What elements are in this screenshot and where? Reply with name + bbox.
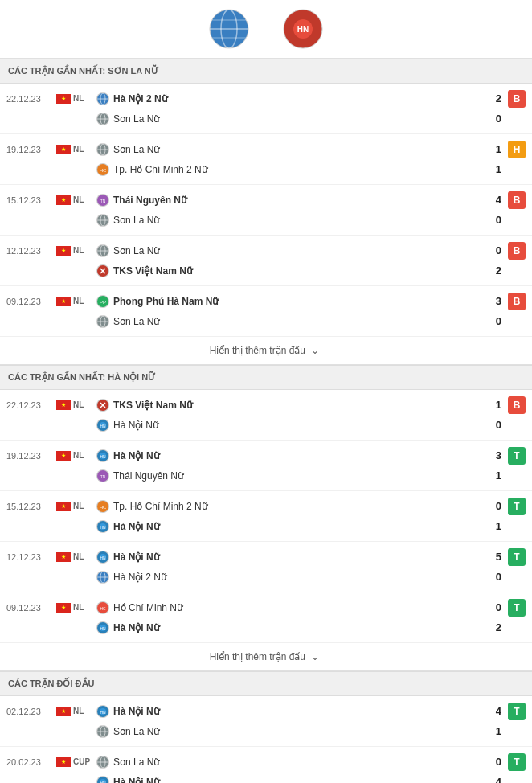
team2-score: 1	[485, 520, 501, 532]
team2-icon: HN	[96, 621, 109, 634]
match-group: 20.02.23CUPSơn La Nữ0THNHà Nội Nữ4	[0, 747, 532, 783]
table-row: HNHà Nội Nữ4	[0, 772, 532, 783]
flag-badge: NL	[56, 707, 96, 716]
team1-icon: HN	[96, 449, 109, 462]
result-badge: T	[508, 548, 526, 566]
team1-name: Tp. Hồ Chí Minh 2 Nữ	[113, 501, 481, 512]
svg-text:TN: TN	[100, 199, 106, 203]
team1-icon	[96, 92, 109, 105]
result-badge: H	[508, 141, 526, 158]
team1-name: Hà Nội 2 Nữ	[113, 93, 481, 105]
team2-icon: TN	[96, 469, 109, 482]
team1-name: Thái Nguyên Nữ	[113, 195, 481, 206]
show-more-button[interactable]: Hiển thị thêm trận đấu ⌄	[0, 337, 532, 365]
match-date: 19.12.23	[6, 451, 56, 461]
table-row: 22.12.23NLHà Nội 2 Nữ2B	[0, 86, 532, 109]
chevron-down-icon: ⌄	[311, 345, 319, 356]
result-badge-empty	[508, 568, 526, 586]
vietnam-flag-icon	[56, 603, 71, 613]
competition-label: NL	[73, 94, 84, 103]
team1-line: TNThái Nguyên Nữ4	[96, 194, 501, 207]
team2-name: Thái Nguyên Nữ	[113, 470, 481, 482]
team2-name: Hà Nội Nữ	[113, 521, 481, 532]
result-badge-empty	[508, 313, 526, 330]
vietnam-flag-icon	[56, 246, 71, 256]
table-row: 15.12.23NLHCTp. Hồ Chí Minh 2 Nữ0T	[0, 494, 532, 516]
match-group: 19.12.23NLSơn La Nữ1HHCTp. Hồ Chí Minh 2…	[0, 134, 532, 185]
table-row: Sơn La Nữ0	[0, 109, 532, 131]
match-group: 12.12.23NLSơn La Nữ0BTKS Việt Nam Nữ2	[0, 236, 532, 286]
team1-line: Sơn La Nữ0	[96, 244, 501, 257]
match-group: 19.12.23NLHNHà Nội Nữ3TTNThái Nguyên Nữ1	[0, 441, 532, 491]
svg-text:PP: PP	[100, 300, 106, 305]
competition-label: NL	[73, 246, 84, 255]
team1-score: 0	[485, 601, 501, 613]
match-date: 09.12.23	[6, 603, 56, 613]
table-row: 09.12.23NLHCHồ Chí Minh Nữ0T	[0, 595, 532, 617]
competition-label: NL	[73, 707, 84, 715]
match-date: 20.02.23	[6, 757, 56, 767]
team1-line: Hà Nội 2 Nữ2	[96, 92, 501, 105]
result-badge-empty	[508, 723, 526, 740]
team2-icon	[96, 264, 109, 277]
team1-icon	[96, 756, 109, 769]
result-badge-empty	[508, 416, 526, 434]
table-row: 15.12.23NLTNThái Nguyên Nữ4B	[0, 187, 532, 210]
team2-line: Hà Nội 2 Nữ0	[96, 571, 501, 584]
team1-score: 5	[485, 551, 501, 563]
team1-score: 4	[485, 194, 501, 206]
team2-name: Hà Nội Nữ	[113, 622, 481, 633]
team1-score: 0	[485, 756, 501, 768]
section-title-ha-noi-nu: CÁC TRẬN GẦN NHẤT: HÀ NỘI NỮ	[0, 365, 532, 390]
result-badge: B	[508, 293, 526, 310]
team1-icon	[96, 143, 109, 156]
match-date: 15.12.23	[6, 502, 56, 511]
team2-score: 0	[485, 113, 501, 125]
team1-score: 0	[485, 500, 501, 512]
vietnam-flag-icon	[56, 195, 71, 205]
flag-badge: NL	[56, 502, 96, 511]
result-badge: B	[508, 191, 526, 209]
result-badge-empty	[508, 161, 526, 178]
vietnam-flag-icon	[56, 707, 71, 716]
vietnam-flag-icon	[56, 297, 71, 306]
table-row: 22.12.23NLTKS Việt Nam Nữ1B	[0, 392, 532, 415]
team1-line: PPPhong Phú Hà Nam Nữ3	[96, 295, 501, 308]
team2-name: Sơn La Nữ	[113, 726, 481, 737]
team1-line: HCTp. Hồ Chí Minh 2 Nữ0	[96, 500, 501, 513]
team2-line: Sơn La Nữ0	[96, 214, 501, 227]
match-date: 15.12.23	[6, 195, 56, 205]
vietnam-flag-icon	[56, 502, 71, 511]
flag-badge: NL	[56, 145, 96, 154]
result-badge-empty	[508, 110, 526, 128]
team2-score: 0	[485, 419, 501, 431]
competition-label: CUP	[73, 757, 90, 766]
team-left-logo	[208, 8, 250, 50]
table-row: Sơn La Nữ1	[0, 721, 532, 744]
result-badge-empty	[508, 262, 526, 280]
team2-line: TKS Việt Nam Nữ2	[96, 264, 501, 277]
team1-score: 2	[485, 92, 501, 105]
team1-score: 0	[485, 244, 501, 256]
match-group: 02.12.23NLHNHà Nội Nữ4TSơn La Nữ1	[0, 696, 532, 747]
table-row: Sơn La Nữ0	[0, 210, 532, 232]
team2-name: Hà Nội 2 Nữ	[113, 572, 481, 583]
team2-score: 0	[485, 214, 501, 226]
team1-icon	[96, 244, 109, 257]
svg-text:HN: HN	[100, 710, 106, 715]
team2-score: 0	[485, 315, 501, 327]
match-group: 22.12.23NLTKS Việt Nam Nữ1BHNHà Nội Nữ0	[0, 390, 532, 441]
result-badge: T	[508, 447, 526, 465]
team2-name: Hà Nội Nữ	[113, 777, 481, 784]
section-title-son-la-nu: CÁC TRẬN GẦN NHẤT: SƠN LA NỮ	[0, 59, 532, 84]
result-badge-empty	[508, 518, 526, 535]
flag-badge: NL	[56, 552, 96, 562]
chevron-down-icon: ⌄	[311, 651, 319, 662]
flag-badge: CUP	[56, 757, 96, 767]
show-more-button[interactable]: Hiển thị thêm trận đấu ⌄	[0, 643, 532, 671]
table-row: 12.12.23NLHNHà Nội Nữ5T	[0, 544, 532, 567]
team2-icon	[96, 315, 109, 328]
team1-score: 1	[485, 143, 501, 155]
team2-line: HNHà Nội Nữ4	[96, 776, 501, 784]
table-row: TNThái Nguyên Nữ1	[0, 465, 532, 488]
